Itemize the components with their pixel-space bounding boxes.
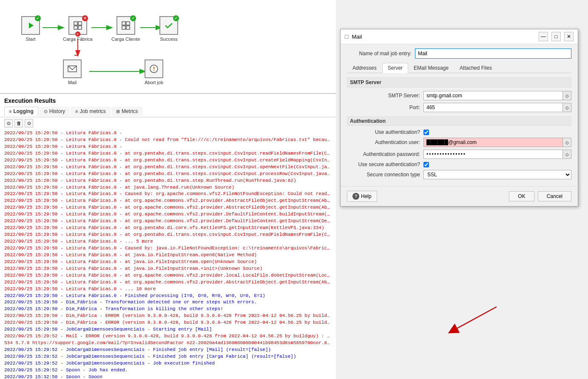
log-line: 2022/09/25 15:29:50 - Leitura Fábricas.0… (4, 225, 332, 232)
logging-icon: ≡ (9, 109, 11, 114)
smtp-server-field-wrapper: ◇ (423, 91, 571, 100)
tab-history[interactable]: ⊙ History (39, 107, 70, 116)
auth-user-row: Authentication user: ◇ (347, 138, 571, 147)
log-line: 2022/09/25 15:29:50 - Leitura Fábricas.0… (4, 245, 332, 252)
log-line: 2022/09/25 15:29:50 - Dim_Fábrica - Tran… (4, 299, 332, 306)
log-line: 2022/09/25 15:29:50 - Leitura Fábricas.0… (4, 171, 332, 178)
job-metrics-icon: ≡ (75, 109, 78, 114)
log-line: 2022/09/25 15:32:50 - Spoon - Spoon (4, 374, 332, 378)
node-success[interactable]: ✓ Success (159, 16, 178, 42)
node-mail[interactable]: Mail (63, 59, 82, 85)
help-button[interactable]: ? Help (347, 191, 377, 202)
port-btn[interactable]: ◇ (563, 103, 571, 112)
svg-rect-12 (126, 22, 130, 25)
node-abort-job[interactable]: Abort job (145, 59, 163, 85)
log-line: 2022/09/25 15:29:52 - JobCargaDimensoesS… (4, 347, 332, 354)
svg-rect-11 (122, 22, 125, 25)
close-button[interactable]: ✕ (564, 32, 574, 41)
auth-user-btn[interactable]: ◇ (563, 138, 571, 147)
port-label: Port: (347, 105, 423, 110)
maximize-button[interactable]: □ (551, 32, 561, 41)
log-line: 2022/09/25 15:29:52 - JobCargaDimensoesS… (4, 354, 332, 360)
log-line: 534 5.7.9 https://support.google.com/mai… (4, 340, 332, 347)
smtp-server-input[interactable] (423, 91, 563, 100)
svg-point-18 (153, 70, 154, 71)
dialog-footer: ? Help OK Cancel (341, 186, 578, 206)
dialog-tabs: Addresses Server EMail Message Attached … (347, 63, 571, 73)
ok-button[interactable]: OK (509, 191, 534, 201)
log-btn-2[interactable]: 🗑 (14, 119, 23, 127)
tab-logging[interactable]: ≡ Logging (4, 107, 38, 116)
log-btn-1[interactable]: ⊙ (4, 119, 13, 127)
use-auth-row: Use authentication? (347, 129, 571, 135)
use-auth-checkbox[interactable] (423, 130, 429, 135)
port-field-wrapper: ◇ (423, 103, 571, 112)
log-line: 2022/09/25 15:29:50 - Leitura Fábricas.0… (4, 293, 332, 300)
svg-rect-9 (74, 26, 77, 29)
log-line: 2022/09/25 15:29:50 - Leitura Fábricas.0… (4, 211, 332, 218)
log-line: 2022/09/25 15:29:50 - Leitura Fábricas.0… (4, 130, 332, 137)
svg-rect-14 (126, 26, 130, 29)
smtp-server-btn[interactable]: ◇ (563, 91, 571, 100)
log-line: 2022/09/25 15:29:50 - JobCargaDimensoesS… (4, 326, 332, 333)
dialog-title: Mail (352, 34, 535, 40)
secure-type-row: Secure connection type SSL TLS None (347, 170, 571, 179)
cancel-button[interactable]: Cancel (538, 191, 571, 201)
name-entry-input[interactable] (415, 48, 571, 59)
log-line: 2022/09/25 15:29:50 - Leitura Fábricas.0… (4, 144, 332, 150)
use-auth-label: Use authentication? (347, 129, 423, 135)
svg-rect-7 (74, 22, 77, 25)
node-start[interactable]: ✓ Start (21, 16, 40, 42)
log-line: 2022/09/25 15:29:52 - Spoon - Job has en… (4, 367, 332, 374)
execution-results-panel: Execution Results ≡ Logging ⊙ History ≡ … (0, 93, 336, 379)
log-line: 2022/09/25 15:29:50 - Leitura Fábricas.0… (4, 272, 332, 279)
log-content[interactable]: 2022/09/25 15:29:50 - Leitura Fábricas.0… (0, 129, 336, 378)
auth-section-title: Authentication (347, 116, 571, 126)
svg-rect-13 (122, 26, 125, 29)
svg-rect-8 (78, 22, 82, 25)
node-carga-cliente[interactable]: ✓ Carga Cliente (111, 16, 140, 42)
tab-email-message[interactable]: EMail Message (408, 63, 454, 73)
use-secure-checkbox[interactable] (423, 162, 429, 167)
log-line: 2022/09/25 15:29:50 - Leitura Fábricas.0… (4, 286, 332, 293)
log-line: 2022/09/25 15:29:50 - Dim_Fábrica - ERRO… (4, 320, 332, 326)
log-line: 2022/09/25 15:29:50 - Leitura Fábricas.0… (4, 266, 332, 272)
auth-section: Authentication Use authentication? Authe… (347, 116, 571, 179)
tab-metrics[interactable]: ⊞ Metrics (111, 107, 143, 116)
tab-addresses[interactable]: Addresses (347, 63, 382, 73)
secure-type-label: Secure connection type (347, 172, 423, 178)
svg-line-19 (450, 307, 497, 332)
log-line: 2022/09/25 15:29:50 - Leitura Fábricas.0… (4, 232, 332, 238)
tab-attached-files[interactable]: Attached Files (454, 63, 497, 73)
tab-job-metrics[interactable]: ≡ Job metrics (71, 107, 111, 116)
log-toolbar: ⊙ 🗑 ⊙ (0, 117, 336, 129)
log-line: 2022/09/25 15:29:50 - Leitura Fábricas.0… (4, 137, 332, 144)
auth-password-btn[interactable]: ◇ (563, 150, 571, 159)
mail-dialog: □ Mail — □ ✕ Name of mail job entry: Add… (340, 29, 578, 206)
footer-right-buttons: OK Cancel (509, 191, 571, 201)
use-secure-label: Use secure authentication? (347, 161, 423, 167)
log-line: 2022/09/25 15:29:50 - Leitura Fábricas.0… (4, 150, 332, 157)
use-secure-row: Use secure authentication? (347, 161, 571, 167)
port-row: Port: ◇ (347, 103, 571, 112)
log-line: 2022/09/25 15:29:52 - Mail - ERROR (vers… (4, 333, 332, 340)
port-input[interactable] (423, 103, 563, 112)
log-line: 2022/09/25 15:29:50 - Leitura Fábricas.0… (4, 252, 332, 259)
log-line: 2022/09/25 15:29:50 - Leitura Fábricas.0… (4, 198, 332, 204)
secure-type-select[interactable]: SSL TLS None (423, 170, 571, 179)
dialog-body: Name of mail job entry: Addresses Server… (341, 44, 578, 186)
name-entry-row: Name of mail job entry: (347, 48, 571, 59)
smtp-server-label: SMTP Server: (347, 93, 423, 99)
auth-user-input[interactable] (423, 138, 563, 147)
help-icon: ? (352, 193, 359, 200)
log-btn-3[interactable]: ⊙ (25, 119, 33, 127)
node-carga-fabrica[interactable]: ✕ ✕ Carga Fábrica (63, 16, 93, 42)
log-line: 2022/09/25 15:29:50 - Leitura Fábricas.0… (4, 218, 332, 225)
history-icon: ⊙ (44, 109, 48, 114)
auth-password-row: Authentication password: ◇ (347, 150, 571, 159)
tab-server[interactable]: Server (382, 63, 408, 73)
auth-password-input[interactable] (423, 150, 563, 159)
log-line: 2022/09/25 15:29:50 - Dim_Fábrica - ERRO… (4, 313, 332, 320)
auth-password-label: Authentication password: (347, 151, 423, 157)
minimize-button[interactable]: — (539, 32, 548, 41)
